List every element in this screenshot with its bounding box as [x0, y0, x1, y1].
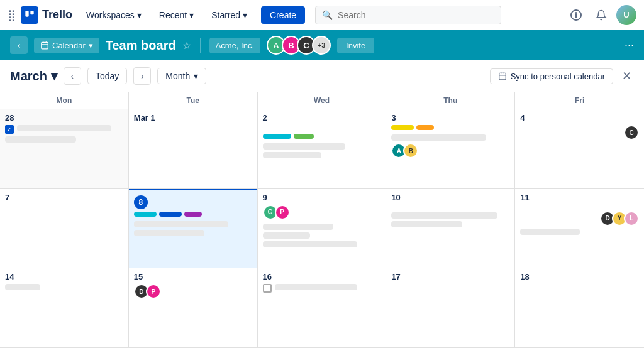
day-number: 10: [391, 193, 509, 202]
trello-logo-box: [21, 6, 38, 24]
day-number: 4: [520, 113, 639, 122]
event-placeholder: [263, 241, 357, 247]
event-placeholder: [17, 125, 111, 131]
svg-rect-1: [30, 11, 33, 14]
close-calendar-button[interactable]: ✕: [619, 67, 634, 85]
member-avatar[interactable]: P: [146, 284, 161, 299]
day-cell-2[interactable]: 2: [258, 109, 387, 189]
day-number: 18: [520, 272, 639, 281]
svg-rect-5: [42, 42, 48, 49]
member-avatar[interactable]: L: [624, 211, 639, 226]
day-number: 7: [5, 193, 123, 202]
day-cell-7[interactable]: 7: [0, 189, 129, 269]
event-placeholder: [263, 152, 322, 158]
day-header-wed: Wed: [258, 92, 387, 109]
event-placeholder: [263, 224, 334, 230]
search-input[interactable]: [338, 10, 494, 20]
day-cell-15[interactable]: 15 D P: [129, 268, 258, 348]
next-month-button[interactable]: ›: [133, 67, 151, 85]
today-button[interactable]: Today: [87, 68, 127, 84]
event-placeholder: [391, 134, 486, 141]
day-number: 8: [134, 195, 252, 209]
event-placeholder: [391, 221, 462, 227]
day-header-thu: Thu: [386, 92, 515, 109]
day-cell-14[interactable]: 14: [0, 268, 129, 348]
nav-right: U: [566, 5, 636, 25]
day-cell-8-today[interactable]: 8: [129, 189, 258, 269]
day-cell-10[interactable]: 10: [386, 189, 515, 269]
event-bar-purple: [184, 212, 202, 217]
event-bar-orange: [416, 125, 434, 130]
chevron-down-icon: ▾: [89, 41, 93, 50]
event-placeholder: [134, 221, 228, 227]
day-header-fri: Fri: [515, 92, 644, 109]
calendar-body: 28 ✓ Mar 1 2: [0, 109, 644, 348]
starred-button[interactable]: Starred ▾: [205, 6, 253, 24]
event-placeholder: [263, 143, 345, 150]
calendar-container: March ▾ ‹ Today › Month ▾ Sync to person…: [0, 60, 644, 348]
search-icon: 🔍: [322, 10, 333, 20]
top-nav: ⣿ Trello Workspaces ▾ Recent ▾ Starred ▾…: [0, 0, 644, 30]
avatars-row: D Y L: [520, 211, 639, 226]
svg-rect-0: [25, 11, 28, 16]
day-cell-18[interactable]: 18: [515, 268, 644, 348]
checkbox-done-icon: ✓: [5, 125, 14, 134]
chevron-down-icon: ▾: [137, 10, 142, 20]
member-avatar[interactable]: P: [275, 205, 290, 220]
calendar-grid: Mon Tue Wed Thu Fri 28 ✓ Mar 1: [0, 92, 644, 348]
day-cell-9[interactable]: 9 G P: [258, 189, 387, 269]
month-selector-button[interactable]: Month ▾: [157, 68, 206, 84]
day-number: Mar 1: [134, 113, 252, 122]
calendar-view-button[interactable]: Calendar ▾: [34, 38, 99, 53]
chevron-down-icon: ▾: [194, 71, 198, 81]
today-underline: [129, 189, 257, 190]
day-cell-4[interactable]: 4 C: [515, 109, 644, 189]
board-nav: ‹ Calendar ▾ Team board ☆ Acme, Inc. A B…: [0, 30, 644, 60]
notification-button[interactable]: [591, 5, 611, 25]
day-number: 3: [391, 113, 509, 122]
more-options-button[interactable]: ···: [625, 39, 634, 52]
day-cell-17[interactable]: 17: [386, 268, 515, 348]
event-placeholder: [275, 284, 357, 290]
svg-rect-9: [499, 73, 506, 80]
event-placeholder: [263, 232, 310, 239]
sync-calendar-button[interactable]: Sync to personal calendar: [490, 68, 613, 84]
member-avatar[interactable]: C: [624, 125, 639, 140]
day-number: 2: [263, 113, 381, 122]
day-number: 17: [391, 272, 509, 281]
create-button[interactable]: Create: [261, 6, 305, 24]
info-button[interactable]: [566, 5, 586, 25]
day-cell-28[interactable]: 28 ✓: [0, 109, 129, 189]
board-title: Team board: [106, 38, 176, 53]
event-placeholder: [391, 212, 497, 219]
invite-button[interactable]: Invite: [337, 38, 374, 53]
toggle-sidebar-button[interactable]: ‹: [10, 36, 28, 54]
extra-members-badge[interactable]: +3: [312, 36, 331, 55]
workspaces-button[interactable]: Workspaces ▾: [80, 6, 148, 24]
user-avatar[interactable]: U: [616, 5, 636, 25]
workspace-badge[interactable]: Acme, Inc.: [209, 38, 260, 53]
grid-icon[interactable]: ⣿: [8, 8, 16, 22]
day-number: 16: [263, 272, 381, 281]
chevron-down-icon: ▾: [189, 10, 194, 20]
star-button[interactable]: ☆: [182, 40, 191, 52]
avatars-row: D P: [134, 284, 252, 299]
event-bar-blue: [159, 212, 182, 217]
day-cell-16[interactable]: 16: [258, 268, 387, 348]
search-bar[interactable]: 🔍: [315, 6, 501, 24]
day-number: 15: [134, 272, 252, 281]
event-placeholder: [520, 229, 579, 235]
svg-point-4: [576, 13, 577, 13]
member-avatar[interactable]: B: [403, 143, 418, 158]
day-cell-mar1[interactable]: Mar 1: [129, 109, 258, 189]
chevron-down-icon: ▾: [243, 10, 247, 20]
day-cell-11[interactable]: 11 D Y L: [515, 189, 644, 269]
prev-month-button[interactable]: ‹: [64, 67, 81, 85]
event-placeholder: [5, 284, 40, 290]
event-bar-cyan: [263, 134, 291, 139]
recent-button[interactable]: Recent ▾: [153, 6, 200, 24]
month-title[interactable]: March ▾: [10, 68, 57, 84]
day-headers: Mon Tue Wed Thu Fri: [0, 92, 644, 109]
day-cell-3[interactable]: 3 A B: [386, 109, 515, 189]
avatars-row: C: [520, 125, 639, 140]
